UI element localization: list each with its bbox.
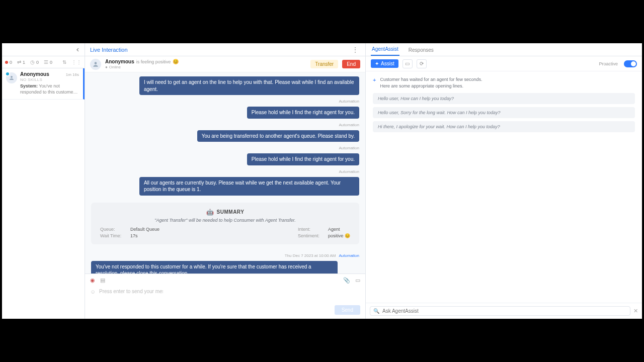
suggestion-item[interactable]: Hi there, I apologize for your wait. How… — [373, 121, 635, 132]
message-source-label: Automation — [339, 253, 359, 258]
message-source-label: Automation — [339, 123, 359, 127]
message-bubble: Please hold while I find the right agent… — [247, 153, 359, 165]
attachment-icon[interactable]: 📎 — [343, 277, 350, 284]
conversation-skills: NO SKILLS — [20, 77, 79, 82]
close-icon[interactable]: ✕ — [633, 308, 638, 314]
message-source-label: Automation — [339, 146, 359, 150]
chat-scroll[interactable]: I will need to get an agent on the line … — [85, 72, 365, 274]
assist-panel: AgentAssist Responses ✦ Assist ▭ ⟳ Proac… — [366, 43, 642, 319]
svg-point-0 — [11, 76, 13, 78]
assist-chip[interactable]: ✦ Assist — [371, 59, 398, 68]
conversation-sidebar: 0 ⇄1 ◷0 ☰0 ⇅ ⋮⋮ Anonymous 1m 16s NO SKIL… — [2, 43, 85, 319]
status-active[interactable]: ⇄1 — [17, 59, 25, 65]
message-source-label: Automation — [339, 169, 359, 174]
message-bubble: You are being transferred to another age… — [197, 130, 359, 142]
svg-point-1 — [95, 62, 97, 64]
customer-avatar — [90, 59, 101, 70]
message-input[interactable] — [90, 286, 165, 303]
proactive-toggle[interactable] — [624, 60, 637, 67]
customer-feeling: is feeling positive — [136, 59, 171, 64]
tab-agentassist[interactable]: AgentAssist — [371, 43, 399, 56]
avatar — [6, 72, 17, 83]
customer-name: Anonymous — [105, 59, 134, 64]
message-bubble: All our agents are currently busy. Pleas… — [139, 177, 359, 196]
sort-icon[interactable]: ⇅ — [62, 59, 66, 65]
suggestion-item[interactable]: Hello user, How can I help you today? — [373, 93, 635, 104]
status-pending[interactable]: 0 — [5, 60, 12, 65]
summary-title: SUMMARY — [217, 209, 245, 215]
chat-panel: Live Interaction ⋮ Anonymous is feeling … — [85, 43, 366, 319]
status-closed[interactable]: ☰0 — [44, 59, 52, 65]
conversation-name: Anonymous — [20, 71, 49, 77]
refresh-icon[interactable]: ⟳ — [417, 59, 427, 68]
card-icon[interactable]: ▭ — [355, 277, 360, 284]
message-timestamp: Thu Dec 7 2023 at 10:00 AM — [285, 253, 336, 258]
panel-menu-icon[interactable]: ⋮ — [350, 45, 360, 54]
composer: ◉ ▤ 📎 ▭ Send — [85, 274, 365, 319]
summary-card: 🤖 SUMMARY "Agent Transfer" will be neede… — [91, 203, 359, 244]
presence-indicator — [5, 71, 10, 76]
tab-responses[interactable]: Responses — [408, 44, 435, 56]
robot-icon: 🤖 — [206, 209, 214, 216]
online-indicator-icon: ● — [105, 65, 108, 69]
sparkle-icon: ✦ — [375, 61, 379, 66]
proactive-label: Proactive — [599, 61, 618, 66]
end-button[interactable]: End — [342, 60, 360, 68]
send-button[interactable]: Send — [335, 305, 360, 315]
summary-quote: "Agent Transfer" will be needed to help … — [100, 218, 350, 223]
message-source-label: Automation — [339, 99, 359, 104]
collapse-sidebar-button[interactable] — [74, 46, 82, 53]
message-bubble: I will need to get an agent on the line … — [139, 76, 359, 95]
status-bar: 0 ⇄1 ◷0 ☰0 ⇅ ⋮⋮ — [2, 56, 85, 68]
plus-icon: + — [373, 76, 376, 89]
record-icon[interactable]: ◉ — [90, 277, 95, 284]
conversation-item[interactable]: Anonymous 1m 16s NO SKILLS System: You'v… — [2, 68, 85, 100]
transfer-button[interactable]: Transfer — [310, 60, 338, 68]
sentiment-emoji-icon: 😊 — [173, 59, 179, 64]
filter-icon[interactable]: ⋮⋮ — [71, 59, 82, 65]
message-bubble: You've not responded to this customer fo… — [91, 261, 338, 274]
panel-title: Live Interaction — [90, 47, 128, 53]
assist-hint: + Customer has waited for an agent for f… — [373, 76, 635, 89]
template-icon[interactable]: ▤ — [100, 277, 105, 284]
message-bubble: Please hold while I find the right agent… — [247, 107, 359, 119]
suggestion-item[interactable]: Hello user, Sorry for the long wait. How… — [373, 107, 635, 118]
conversation-time: 1m 16s — [66, 72, 79, 77]
status-queued[interactable]: ◷0 — [30, 59, 39, 65]
conversation-snippet: System: You've not responded to this cus… — [20, 83, 79, 95]
search-icon: 🔍 — [373, 308, 379, 314]
assist-search-input[interactable] — [382, 308, 627, 314]
online-label: Online — [109, 65, 121, 69]
library-icon[interactable]: ▭ — [403, 59, 413, 68]
